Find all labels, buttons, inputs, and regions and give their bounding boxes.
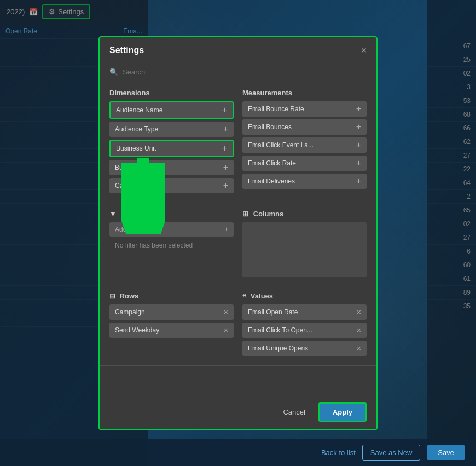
rows-header-row: ⊟ Rows <box>109 292 234 300</box>
row-chip-label: Send Weekday <box>115 326 159 334</box>
measurement-label: Email Bounces <box>248 123 292 131</box>
add-dimension-button[interactable]: + <box>222 144 227 153</box>
columns-icon: ⊞ <box>242 210 248 218</box>
dimension-item[interactable]: Audience Name+ <box>109 101 234 119</box>
dimensions-col: Dimensions Audience Name+Audience Type+B… <box>109 89 234 196</box>
measurement-label: Email Click Rate <box>248 159 296 167</box>
row-chip[interactable]: Send Weekday× <box>109 323 234 338</box>
dimensions-list: Audience Name+Audience Type+Business Uni… <box>109 101 234 193</box>
bottom-bar: Back to list Save as New Save <box>0 439 476 466</box>
add-dimension-button[interactable]: + <box>223 181 228 190</box>
measurements-list: Email Bounce Rate+Email Bounces+Email Cl… <box>242 101 367 189</box>
dimension-label: Audience Name <box>116 106 162 114</box>
no-filter-label: No filter has been selected <box>109 239 234 251</box>
row-chip[interactable]: Campaign× <box>109 304 234 320</box>
value-chip[interactable]: Email Open Rate× <box>242 304 367 320</box>
search-input[interactable] <box>123 68 367 76</box>
add-dimension-button[interactable]: + <box>223 163 228 172</box>
dimension-item[interactable]: Campaign Role+ <box>109 178 234 193</box>
values-header-row: # Values <box>242 292 367 300</box>
filters-header-row: ▼ Filters <box>109 210 234 218</box>
search-row: 🔍 <box>100 62 376 82</box>
columns-header-label: Columns <box>253 210 284 218</box>
measurement-item[interactable]: Email Click Event La...+ <box>242 137 367 153</box>
add-measurement-button[interactable]: + <box>356 123 361 131</box>
search-icon: 🔍 <box>109 68 118 76</box>
dimensions-header: Dimensions <box>109 89 234 97</box>
save-button[interactable]: Save <box>427 445 465 460</box>
value-chip-label: Email Unique Opens <box>248 344 308 352</box>
dimension-label: Audience Type <box>115 125 158 133</box>
dimension-label: Business Unit ID <box>115 164 164 171</box>
cancel-button[interactable]: Cancel <box>275 405 312 419</box>
dimension-item[interactable]: Audience Type+ <box>109 122 234 137</box>
dimension-item[interactable]: Business Unit+ <box>109 140 234 157</box>
filters-columns-section: ▼ Filters Add Filte... + No filter has b… <box>100 203 376 285</box>
add-filter-label: Add Filte... <box>115 226 146 233</box>
settings-modal: Settings × 🔍 Dimensions Audience Name+Au… <box>98 36 378 430</box>
filter-icon: ▼ <box>109 210 117 218</box>
dimension-item[interactable]: Business Unit ID+ <box>109 160 234 175</box>
measurement-label: Email Click Event La... <box>248 141 314 149</box>
value-chip[interactable]: Email Unique Opens× <box>242 341 367 356</box>
modal-overlay: Settings × 🔍 Dimensions Audience Name+Au… <box>0 0 476 466</box>
dimensions-measurements-section: Dimensions Audience Name+Audience Type+B… <box>100 82 376 203</box>
rows-list: Campaign×Send Weekday× <box>109 304 234 338</box>
measurements-header: Measurements <box>242 89 367 97</box>
remove-value-button[interactable]: × <box>357 344 361 353</box>
remove-row-button[interactable]: × <box>224 326 228 335</box>
close-button[interactable]: × <box>361 45 367 56</box>
add-measurement-button[interactable]: + <box>356 177 361 186</box>
measurement-item[interactable]: Email Bounce Rate+ <box>242 101 367 117</box>
modal-footer: Cancel Apply <box>100 395 376 429</box>
measurement-item[interactable]: Email Deliveries+ <box>242 174 367 189</box>
value-chip[interactable]: Email Click To Open...× <box>242 323 367 338</box>
rows-section: ⊟ Rows Campaign×Send Weekday× <box>109 292 234 359</box>
remove-row-button[interactable]: × <box>224 308 228 317</box>
modal-title: Settings <box>109 45 144 55</box>
values-header-label: Values <box>251 292 273 300</box>
add-filter-row[interactable]: Add Filte... + <box>109 222 234 237</box>
remove-value-button[interactable]: × <box>357 308 361 317</box>
columns-section: ⊞ Columns <box>242 210 367 278</box>
values-list: Email Open Rate×Email Click To Open...×E… <box>242 304 367 356</box>
rows-header-label: Rows <box>120 292 139 300</box>
value-chip-label: Email Open Rate <box>248 308 298 316</box>
filters-section: ▼ Filters Add Filte... + No filter has b… <box>109 210 234 278</box>
save-as-new-button[interactable]: Save as New <box>362 445 421 461</box>
measurement-label: Email Deliveries <box>248 177 295 185</box>
add-measurement-button[interactable]: + <box>356 141 361 149</box>
add-dimension-button[interactable]: + <box>222 106 227 114</box>
dimension-label: Business Unit <box>116 145 156 152</box>
value-chip-label: Email Click To Open... <box>248 326 312 334</box>
remove-value-button[interactable]: × <box>357 326 361 335</box>
rows-values-section: ⊟ Rows Campaign×Send Weekday× # Values E… <box>100 285 376 366</box>
columns-empty-area <box>242 222 367 277</box>
add-measurement-button[interactable]: + <box>356 159 361 168</box>
rows-icon: ⊟ <box>109 292 115 300</box>
add-measurement-button[interactable]: + <box>356 105 361 113</box>
modal-header: Settings × <box>100 37 376 62</box>
measurement-item[interactable]: Email Bounces+ <box>242 119 367 135</box>
measurement-label: Email Bounce Rate <box>248 105 304 113</box>
values-icon: # <box>242 292 246 300</box>
dimension-label: Campaign Role <box>115 182 160 189</box>
columns-header-row: ⊞ Columns <box>242 210 367 218</box>
add-dimension-button[interactable]: + <box>223 125 228 134</box>
measurement-item[interactable]: Email Click Rate+ <box>242 156 367 171</box>
filters-header-label: Filters <box>121 210 143 218</box>
back-to-list-button[interactable]: Back to list <box>321 448 356 457</box>
values-section: # Values Email Open Rate×Email Click To … <box>242 292 367 359</box>
row-chip-label: Campaign <box>115 308 145 316</box>
add-filter-plus: + <box>224 226 228 233</box>
measurements-col: Measurements Email Bounce Rate+Email Bou… <box>242 89 367 196</box>
apply-button[interactable]: Apply <box>318 402 367 422</box>
